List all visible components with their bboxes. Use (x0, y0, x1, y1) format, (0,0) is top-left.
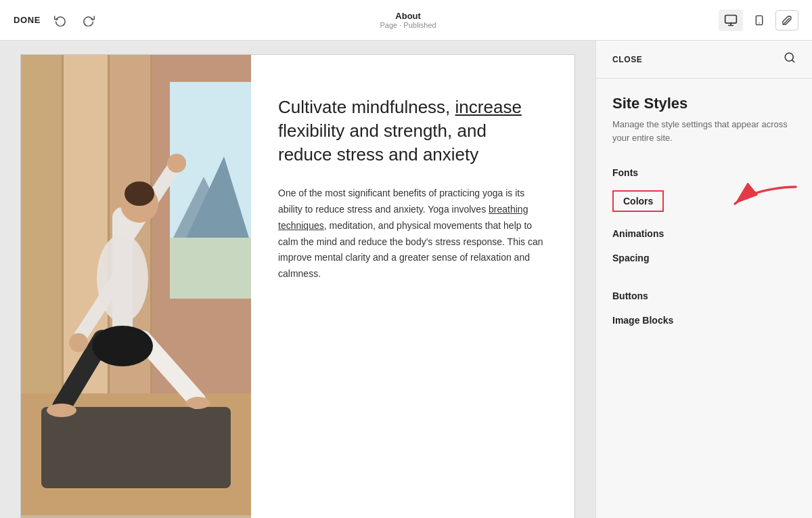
menu-item-spacing[interactable]: Spacing (612, 246, 796, 270)
menu-item-buttons[interactable]: Buttons (612, 284, 796, 308)
panel-description: Manage the style settings that appear ac… (612, 118, 796, 144)
svg-point-28 (97, 234, 148, 322)
section-gap (612, 270, 796, 284)
toolbar-left: DONE (14, 12, 97, 29)
panel-header: CLOSE (596, 41, 812, 79)
menu-item-colors[interactable]: Colors (612, 190, 664, 212)
svg-line-34 (792, 60, 794, 62)
panel-body: Site Styles Manage the style settings th… (596, 79, 812, 518)
close-button[interactable]: CLOSE (612, 55, 642, 64)
mobile-view-button[interactable] (748, 9, 770, 31)
svg-rect-17 (170, 238, 251, 299)
svg-point-26 (125, 181, 154, 206)
page-status: Page · Published (380, 21, 436, 29)
page-text-content: Cultivate mindfulness, increase flexibil… (251, 55, 574, 518)
undo-button[interactable] (51, 12, 69, 29)
page-title: About (380, 11, 436, 21)
page-heading: Cultivate mindfulness, increase flexibil… (278, 95, 547, 167)
toolbar: DONE About Page · Published (0, 0, 812, 41)
svg-point-30 (167, 154, 186, 173)
toolbar-center: About Page · Published (380, 11, 436, 29)
main: Cultivate mindfulness, increase flexibil… (0, 41, 812, 518)
heading-link[interactable]: increase (455, 97, 522, 117)
toolbar-right (719, 9, 798, 31)
svg-point-32 (186, 397, 210, 409)
svg-point-29 (69, 333, 88, 352)
redo-button[interactable] (80, 12, 97, 29)
canvas: Cultivate mindfulness, increase flexibil… (0, 41, 595, 518)
search-icon[interactable] (784, 51, 796, 67)
site-styles-button[interactable] (775, 10, 798, 30)
desktop-view-button[interactable] (719, 9, 743, 31)
panel-title: Site Styles (612, 95, 796, 112)
svg-rect-0 (725, 15, 737, 23)
svg-point-31 (47, 404, 76, 417)
menu-item-image-blocks[interactable]: Image Blocks (612, 308, 796, 332)
svg-rect-19 (41, 407, 231, 488)
yoga-image (21, 55, 251, 518)
svg-rect-7 (21, 55, 62, 393)
svg-point-27 (92, 326, 153, 366)
svg-rect-8 (62, 55, 64, 393)
right-panel: CLOSE Site Styles Manage the style setti… (595, 41, 812, 518)
red-arrow-icon (721, 177, 803, 231)
page-body: One of the most significant benefits of … (278, 186, 547, 282)
colors-item-wrapper: Colors (612, 188, 664, 215)
done-button[interactable]: DONE (14, 15, 41, 25)
body-link[interactable]: breathing techniques (278, 204, 528, 231)
menu-group-2: Buttons Image Blocks (612, 284, 796, 332)
page-content: Cultivate mindfulness, increase flexibil… (20, 54, 575, 518)
